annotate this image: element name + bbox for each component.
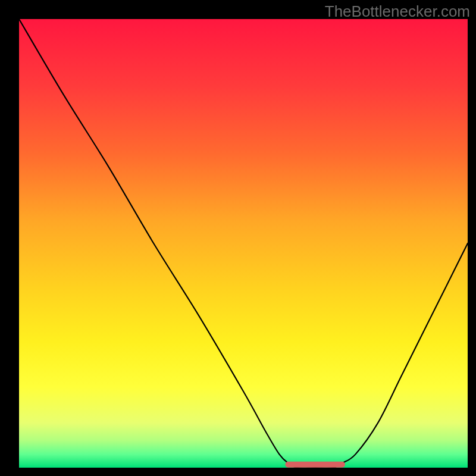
chart-frame: TheBottlenecker.com [0,0,476,476]
bottleneck-chart [0,0,476,476]
plot-background [19,19,468,468]
